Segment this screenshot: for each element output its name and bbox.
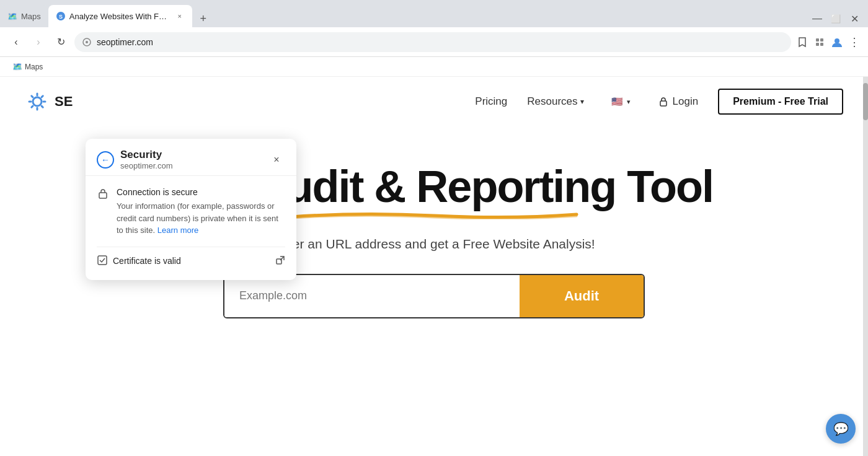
certificate-checkbox-icon	[97, 255, 108, 268]
hero-subtitle: Enter an URL address and get a Free Webs…	[273, 237, 595, 252]
logo-text: SE	[55, 94, 73, 110]
svg-line-14	[32, 96, 33, 97]
bookmark-label: Maps	[25, 63, 43, 71]
extension-icon[interactable]	[813, 36, 826, 48]
address-text: seoptimer.com	[97, 37, 784, 47]
lock-icon	[658, 96, 669, 107]
svg-rect-6	[816, 43, 819, 46]
maps-tab-label: Maps	[21, 12, 41, 21]
flag-icon: 🇺🇸	[611, 96, 623, 107]
popup-back-button[interactable]: ←	[97, 151, 114, 169]
hero-underline-decoration	[285, 211, 583, 219]
maps-favicon: 🗺️	[7, 12, 17, 21]
svg-rect-18	[660, 101, 666, 106]
search-bar: Audit	[223, 274, 645, 318]
minimize-button[interactable]: —	[808, 10, 826, 27]
site-identity-icon	[82, 37, 92, 47]
security-popup: ← Security seoptimer.com × Connection is…	[86, 139, 296, 280]
svg-point-9	[33, 97, 42, 106]
chat-icon: 💬	[833, 421, 849, 436]
lock-secure-icon	[97, 187, 109, 200]
certificate-external-link-icon[interactable]	[275, 255, 285, 267]
bookmark-icon[interactable]	[796, 36, 808, 48]
address-bar[interactable]: seoptimer.com	[74, 32, 791, 52]
svg-line-16	[42, 96, 43, 97]
svg-rect-20	[98, 256, 107, 265]
tab-close-btn[interactable]: ×	[175, 11, 185, 21]
lang-chevron-icon: ▾	[627, 98, 631, 106]
login-label: Login	[673, 95, 699, 108]
resources-nav-link[interactable]: Resources ▾	[527, 95, 583, 108]
restore-button[interactable]: ⬜	[827, 10, 844, 27]
profile-icon[interactable]	[831, 36, 843, 48]
svg-rect-4	[816, 38, 819, 42]
active-tab-label: Analyze Websites With Free SE...	[69, 12, 169, 21]
svg-point-8	[835, 38, 839, 43]
trial-button[interactable]: Premium - Free Trial	[718, 89, 843, 115]
svg-line-17	[32, 106, 33, 107]
svg-rect-7	[820, 43, 823, 46]
audit-button[interactable]: Audit	[520, 275, 644, 317]
login-button[interactable]: Login	[658, 95, 699, 108]
site-navbar: SE Pricing Resources ▾ 🇺🇸 ▾ Login Premiu…	[0, 77, 868, 126]
svg-line-15	[42, 106, 43, 107]
popup-url: seoptimer.com	[120, 161, 262, 170]
chat-widget-button[interactable]: 💬	[826, 414, 856, 444]
scrollbar[interactable]	[863, 77, 868, 456]
back-button[interactable]: ‹	[7, 33, 25, 51]
tab-active[interactable]: S Analyze Websites With Free SE... ×	[48, 5, 192, 27]
site-favicon: S	[56, 11, 66, 21]
certificate-label: Certificate is valid	[113, 256, 181, 266]
close-button[interactable]: ✕	[846, 10, 863, 27]
svg-rect-5	[820, 38, 823, 42]
back-arrow-icon: ←	[101, 155, 110, 165]
pricing-nav-link[interactable]: Pricing	[475, 95, 507, 108]
bookmark-maps[interactable]: 🗺️ Maps	[7, 61, 48, 72]
tab-maps[interactable]: 🗺️ Maps	[0, 5, 48, 27]
popup-title: Security	[120, 149, 262, 161]
svg-line-22	[280, 256, 284, 260]
maps-bookmark-icon: 🗺️	[12, 62, 22, 71]
resources-chevron-icon: ▾	[580, 97, 584, 106]
url-input[interactable]	[224, 275, 520, 317]
language-selector[interactable]: 🇺🇸 ▾	[611, 96, 631, 107]
svg-rect-19	[99, 193, 107, 198]
close-icon: ×	[273, 154, 279, 165]
popup-close-button[interactable]: ×	[268, 151, 285, 169]
svg-point-3	[86, 41, 88, 43]
connection-description: Your information (for example, passwords…	[117, 200, 285, 237]
learn-more-link[interactable]: Learn more	[157, 226, 198, 235]
menu-button[interactable]: ⋮	[848, 36, 861, 48]
certificate-row: Certificate is valid	[97, 252, 285, 270]
logo[interactable]: SE	[25, 89, 73, 114]
new-tab-button[interactable]: +	[195, 10, 212, 27]
forward-button[interactable]: ›	[30, 33, 47, 51]
svg-text:S: S	[59, 14, 63, 20]
reload-button[interactable]: ↻	[52, 33, 69, 51]
connection-status-label: Connection is secure	[117, 186, 285, 199]
